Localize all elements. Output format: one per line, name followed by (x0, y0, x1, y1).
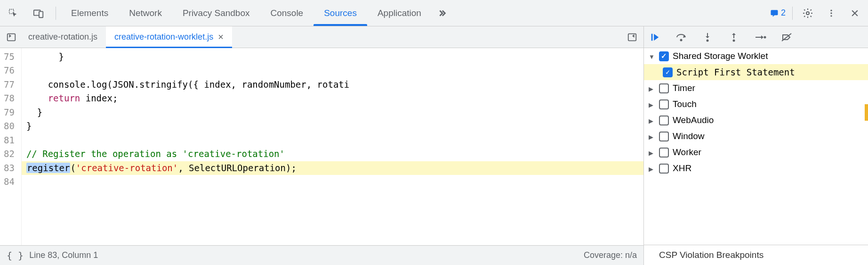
breakpoint-category[interactable]: WebAudio (644, 112, 868, 128)
svg-rect-2 (39, 11, 43, 17)
devtools-topbar: ElementsNetworkPrivacy SandboxConsoleSou… (0, 0, 868, 26)
svg-point-6 (830, 12, 832, 14)
code-line[interactable] (22, 64, 643, 77)
show-navigator-icon[interactable] (3, 29, 20, 46)
category-label: XHR (673, 163, 691, 174)
step-out-icon[interactable] (727, 30, 741, 44)
disclosure-icon (649, 115, 655, 125)
breakpoint-category[interactable]: Worker (644, 144, 868, 160)
svg-point-11 (680, 39, 683, 41)
kebab-menu-icon[interactable] (823, 5, 840, 22)
disclosure-icon (649, 83, 655, 93)
divider (56, 7, 56, 20)
checkbox[interactable] (663, 67, 673, 77)
category-label: Worker (673, 147, 701, 157)
code-line[interactable]: return index; (22, 91, 643, 105)
close-icon[interactable]: × (218, 32, 224, 42)
checkbox[interactable] (659, 132, 669, 141)
disclosure-icon (649, 99, 655, 109)
topbar-left (0, 5, 61, 22)
svg-rect-10 (651, 33, 653, 41)
breakpoint-category[interactable]: Timer (644, 80, 868, 96)
panel-tab-privacy-sandbox[interactable]: Privacy Sandbox (172, 0, 260, 26)
checkbox[interactable] (659, 83, 669, 93)
show-snippets-icon[interactable] (624, 29, 641, 46)
device-toolbar-icon[interactable] (30, 5, 47, 22)
cursor-position: Line 83, Column 1 (29, 250, 98, 260)
breakpoint-category[interactable]: Touch (644, 96, 868, 112)
code-line[interactable] (22, 175, 643, 189)
more-tabs-icon[interactable] (434, 5, 450, 22)
topbar-right: 2 (770, 5, 868, 22)
checkbox[interactable] (659, 99, 669, 109)
status-bar: { } Line 83, Column 1 Coverage: n/a (0, 245, 643, 265)
file-tab[interactable]: creative-rotation.js (20, 26, 106, 48)
svg-point-4 (806, 12, 809, 15)
code-line[interactable]: // Register the operation as 'creative-r… (22, 147, 643, 161)
sources-pane: creative-rotation.jscreative-rotation-wo… (0, 26, 644, 265)
code-line[interactable]: register('creative-rotation', SelectURLO… (22, 161, 643, 175)
deactivate-breakpoints-icon[interactable] (780, 30, 794, 44)
file-tab-label: creative-rotation-worklet.js (114, 32, 213, 42)
breakpoint-category[interactable]: Shared Storage Worklet (644, 48, 868, 64)
csp-label: CSP Violation Breakpoints (659, 250, 764, 260)
pretty-print-icon[interactable]: { } (7, 247, 24, 264)
svg-point-13 (733, 39, 735, 41)
step-icon[interactable] (753, 30, 767, 44)
disclosure-icon (649, 163, 655, 174)
file-tab-label: creative-rotation.js (28, 32, 97, 42)
checkbox[interactable] (659, 116, 669, 125)
code-line[interactable]: } (22, 50, 643, 64)
content: creative-rotation.jscreative-rotation-wo… (0, 26, 868, 265)
inspect-element-icon[interactable] (5, 5, 22, 22)
category-label: Shared Storage Worklet (673, 51, 768, 61)
svg-point-12 (707, 39, 709, 41)
file-tab[interactable]: creative-rotation-worklet.js× (106, 26, 232, 48)
breakpoints-panel: Shared Storage WorkletScript First State… (644, 48, 868, 245)
divider (792, 7, 793, 20)
messages-count: 2 (781, 8, 786, 18)
disclosure-icon (649, 51, 655, 61)
code-line[interactable]: } (22, 119, 643, 133)
svg-rect-8 (8, 33, 16, 41)
svg-rect-9 (628, 33, 636, 41)
checkbox[interactable] (659, 164, 669, 174)
breakpoint-category[interactable]: XHR (644, 160, 868, 176)
panel-tab-console[interactable]: Console (260, 0, 313, 26)
debug-toolbar (644, 26, 868, 48)
code-line[interactable]: console.log(JSON.stringify({ index, rand… (22, 78, 643, 91)
checkbox[interactable] (659, 148, 669, 157)
svg-point-14 (764, 36, 766, 38)
disclosure-icon (649, 131, 655, 141)
resume-icon[interactable] (648, 30, 662, 44)
panel-tab-application[interactable]: Application (367, 0, 432, 26)
svg-rect-3 (771, 10, 778, 15)
category-label: Timer (673, 83, 695, 93)
category-label: Touch (673, 99, 697, 109)
disclosure-icon (649, 147, 655, 157)
messages-badge[interactable]: 2 (770, 8, 786, 18)
panel-tab-network[interactable]: Network (119, 0, 172, 26)
breakpoint-category[interactable]: Window (644, 128, 868, 144)
line-gutter: 75767778798081828384 (0, 48, 22, 245)
panel-tab-sources[interactable]: Sources (313, 0, 367, 26)
checkbox[interactable] (659, 51, 669, 61)
code-editor[interactable]: 75767778798081828384 } console.log(JSON.… (0, 48, 643, 245)
coverage-status: Coverage: n/a (584, 250, 637, 260)
svg-point-7 (830, 15, 832, 17)
step-over-icon[interactable] (674, 30, 688, 44)
code-line[interactable]: } (22, 106, 643, 119)
settings-icon[interactable] (799, 5, 816, 22)
category-label: WebAudio (673, 115, 714, 125)
panel-tab-elements[interactable]: Elements (61, 0, 119, 26)
breakpoint-label: Script First Statement (676, 67, 795, 77)
breakpoint-item[interactable]: Script First Statement (644, 64, 868, 80)
svg-point-5 (830, 9, 832, 11)
code-lines[interactable]: } console.log(JSON.stringify({ index, ra… (22, 48, 643, 245)
scroll-indicator (865, 104, 868, 121)
code-line[interactable] (22, 133, 643, 147)
debugger-pane: Shared Storage WorkletScript First State… (644, 26, 868, 265)
csp-breakpoints-section[interactable]: CSP Violation Breakpoints (644, 245, 868, 265)
close-icon[interactable] (846, 5, 863, 22)
step-into-icon[interactable] (700, 30, 715, 44)
